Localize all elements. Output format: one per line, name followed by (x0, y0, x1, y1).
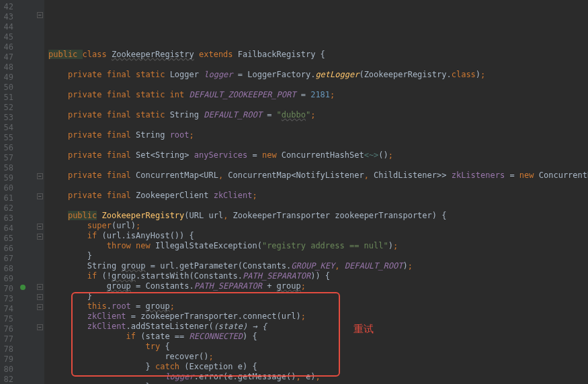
fold-icon[interactable]: − (37, 224, 43, 230)
code-token: anyServices (194, 150, 247, 160)
line-number[interactable]: 74 (3, 304, 13, 314)
line-number[interactable]: 82 (3, 375, 13, 384)
code-token: zkClient (214, 191, 253, 200)
code-line[interactable]: zkClient = zookeeperTransporter.connect(… (48, 311, 588, 322)
code-line[interactable]: if (!group.startsWith(Constants.PATH_SEP… (48, 271, 588, 281)
code-token: } (48, 291, 92, 301)
line-number-gutter[interactable]: 4243444546474849505152535455565758596061… (0, 0, 19, 384)
code-line[interactable]: private final static Logger logger = Log… (48, 70, 588, 80)
code-line[interactable] (48, 120, 588, 130)
line-number[interactable]: 54 (3, 123, 13, 133)
code-line[interactable]: } (48, 291, 588, 301)
line-number[interactable]: 58 (3, 163, 13, 173)
code-line[interactable] (48, 60, 588, 70)
code-token: + (262, 281, 277, 291)
code-line[interactable]: super(url); (48, 221, 588, 231)
line-number[interactable]: 43 (3, 12, 13, 22)
line-number[interactable]: 44 (3, 22, 13, 32)
code-line[interactable] (48, 160, 588, 171)
line-number[interactable]: 73 (3, 294, 13, 304)
fold-icon[interactable]: − (37, 294, 43, 300)
code-token: )) { (310, 271, 330, 281)
line-number[interactable]: 77 (3, 334, 13, 344)
code-line[interactable]: } catch (Exception e) { (48, 362, 588, 372)
gutter-marks[interactable]: −−−−−−−−− (19, 0, 44, 384)
line-number[interactable]: 60 (3, 183, 13, 193)
line-number[interactable]: 76 (3, 324, 13, 334)
code-editor[interactable]: 4243444546474849505152535455565758596061… (0, 0, 588, 384)
code-line[interactable] (48, 100, 588, 110)
code-token: { (165, 342, 169, 351)
code-token: ; (136, 221, 140, 230)
code-token: ZookeeperRegistry (102, 211, 185, 220)
fold-icon[interactable]: − (37, 12, 43, 18)
fold-icon[interactable]: − (37, 173, 43, 179)
code-token: throw new (107, 241, 155, 250)
line-number[interactable]: 46 (3, 42, 13, 52)
line-number[interactable]: 64 (3, 224, 13, 234)
line-number[interactable]: 80 (3, 365, 13, 375)
line-number[interactable]: 55 (3, 133, 13, 143)
code-area[interactable]: 重试 public class ZookeeperRegistry extend… (44, 0, 588, 384)
fold-icon[interactable]: − (37, 193, 43, 199)
code-line[interactable]: throw new IllegalStateException("registr… (48, 241, 588, 251)
code-token: = LoggerFactory. (233, 70, 316, 79)
line-number[interactable]: 79 (3, 354, 13, 365)
line-number[interactable]: 56 (3, 143, 13, 153)
line-number[interactable]: 62 (3, 203, 13, 213)
code-line[interactable]: String group = url.getParameter(Constant… (48, 261, 588, 271)
fold-icon[interactable]: − (37, 234, 43, 240)
line-number[interactable]: 48 (3, 62, 13, 73)
code-token: group (277, 281, 301, 291)
fold-icon[interactable]: − (37, 284, 43, 290)
code-token: <~> (364, 150, 379, 160)
line-number[interactable]: 49 (3, 73, 13, 83)
code-line[interactable]: public ZookeeperRegistry(URL url, Zookee… (48, 211, 588, 221)
code-line[interactable]: recover(); (48, 352, 588, 362)
fold-icon[interactable]: − (37, 304, 43, 310)
code-line[interactable]: private final static String DEFAULT_ROOT… (48, 110, 588, 120)
code-line[interactable]: logger.error(e.getMessage(), e); (48, 372, 588, 382)
line-number[interactable]: 66 (3, 244, 13, 254)
line-number[interactable]: 50 (3, 83, 13, 93)
line-number[interactable]: 61 (3, 193, 13, 203)
code-line[interactable]: private final ConcurrentMap<URL, Concurr… (48, 171, 588, 181)
fold-icon[interactable]: − (37, 324, 43, 330)
code-line[interactable]: } (48, 251, 588, 261)
code-line[interactable] (48, 140, 588, 150)
code-line[interactable]: zkClient.addStateListener((state) → { (48, 322, 588, 332)
line-number[interactable]: 45 (3, 32, 13, 42)
line-number[interactable]: 52 (3, 103, 13, 113)
code-line[interactable]: this.root = group; (48, 301, 588, 311)
code-line[interactable]: private final static int DEFAULT_ZOOKEEP… (48, 90, 588, 100)
line-number[interactable]: 57 (3, 153, 13, 163)
line-number[interactable]: 69 (3, 274, 13, 284)
code-line[interactable]: if (state == RECONNECTED) { (48, 332, 588, 342)
code-line[interactable] (48, 80, 588, 90)
line-number[interactable]: 59 (3, 173, 13, 183)
line-number[interactable]: 70 (3, 284, 13, 294)
code-line[interactable] (48, 181, 588, 191)
line-number[interactable]: 63 (3, 213, 13, 224)
line-number[interactable]: 67 (3, 254, 13, 264)
code-line[interactable] (48, 201, 588, 211)
line-number[interactable]: 65 (3, 234, 13, 244)
line-number[interactable]: 75 (3, 314, 13, 324)
code-line[interactable] (48, 40, 588, 50)
code-line[interactable]: public class ZookeeperRegistry extends F… (48, 50, 588, 60)
code-line[interactable]: group = Constants.PATH_SEPARATOR + group… (48, 281, 588, 291)
line-number[interactable]: 68 (3, 264, 13, 274)
line-number[interactable]: 47 (3, 52, 13, 62)
code-line[interactable]: try { (48, 342, 588, 352)
line-number[interactable]: 51 (3, 93, 13, 103)
line-number[interactable]: 42 (3, 2, 13, 12)
line-number[interactable]: 78 (3, 344, 13, 354)
code-line[interactable]: private final ZookeeperClient zkClient; (48, 191, 588, 201)
code-token: private final (68, 171, 136, 180)
line-number[interactable]: 53 (3, 113, 13, 123)
code-token: dubbo (282, 110, 306, 119)
breakpoint-icon[interactable] (20, 285, 26, 290)
code-line[interactable]: if (url.isAnyHost()) { (48, 231, 588, 241)
code-line[interactable]: private final Set<String> anyServices = … (48, 150, 588, 160)
code-line[interactable]: private final String root; (48, 130, 588, 140)
